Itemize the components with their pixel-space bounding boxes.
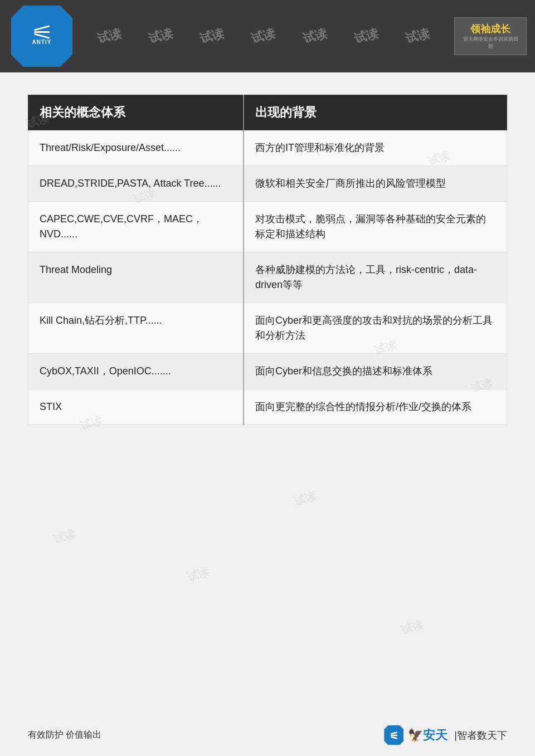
row1-col1: Threat/Risk/Exposure/Asset...... [28, 130, 244, 166]
row5-col1: Kill Chain,钻石分析,TTP...... [28, 303, 244, 354]
logo-line-1 [34, 25, 50, 31]
wm-6: 试读 [293, 488, 319, 510]
footer-slogan-left: 有效防护 价值输出 [28, 729, 101, 741]
row6-col1: CybOX,TAXII，OpenIOC....... [28, 354, 244, 389]
table-row: Threat/Risk/Exposure/Asset...... 西方的IT管理… [28, 130, 507, 166]
logo-text: ANTIY [32, 39, 52, 45]
header-watermarks: 试读 试读 试读 试读 试读 试读 试读 [72, 28, 454, 45]
footer: 有效防护 价值输出 🦅安天 |智者数天下 [0, 725, 535, 745]
footer-brand: 🦅安天 |智者数天下 [384, 725, 507, 745]
table-row: CAPEC,CWE,CVE,CVRF，MAEC，NVD...... 对攻击模式，… [28, 202, 507, 252]
row7-col2: 面向更完整的综合性的情报分析/作业/交换的体系 [244, 389, 507, 425]
header-wm-6: 试读 [352, 28, 380, 45]
wm-7: 试读 [186, 564, 212, 586]
header-wm-7: 试读 [403, 28, 431, 45]
row7-col1: STIX [28, 389, 244, 425]
header-wm-4: 试读 [249, 28, 277, 45]
footer-logo-icon [384, 725, 403, 745]
row5-col2: 面向Cyber和更高强度的攻击和对抗的场景的分析工具和分析方法 [244, 303, 507, 354]
table-header-row: 相关的概念体系 出现的背景 [28, 95, 507, 130]
wm-8: 试读 [400, 617, 426, 638]
brand-title: 领袖成长 [470, 22, 510, 36]
header: ANTIY 试读 试读 试读 试读 试读 试读 试读 领袖成长 安天网络安全冬训… [0, 0, 535, 72]
row4-col2: 各种威胁建模的方法论，工具，risk-centric，data-driven等等 [244, 252, 507, 303]
table-row-threat-modeling: Threat Modeling 各种威胁建模的方法论，工具，risk-centr… [28, 252, 507, 303]
table-row: Kill Chain,钻石分析,TTP...... 面向Cyber和更高强度的攻… [28, 303, 507, 354]
header-wm-3: 试读 [198, 28, 226, 45]
logo-line-2 [34, 31, 50, 33]
table-row: DREAD,STRIDE,PASTA, Attack Tree...... 微软… [28, 166, 507, 202]
col1-header: 相关的概念体系 [28, 95, 244, 130]
table-row: STIX 面向更完整的综合性的情报分析/作业/交换的体系 [28, 389, 507, 425]
row2-col2: 微软和相关安全厂商所推出的风险管理模型 [244, 166, 507, 202]
header-wm-5: 试读 [300, 28, 328, 45]
row3-col2: 对攻击模式，脆弱点，漏洞等各种基础的安全元素的标定和描述结构 [244, 202, 507, 252]
header-brand: 领袖成长 安天网络安全冬训营第四期 [454, 8, 527, 64]
main-content: 相关的概念体系 出现的背景 Threat/Risk/Exposure/Asset… [0, 72, 535, 447]
footer-logo-text: 🦅安天 [408, 727, 448, 744]
wm-11: 试读 [52, 526, 78, 548]
row2-col1: DREAD,STRIDE,PASTA, Attack Tree...... [28, 166, 244, 202]
company-logo: ANTIY [11, 6, 72, 67]
footer-slogan-right: |智者数天下 [454, 729, 507, 742]
header-wm-2: 试读 [147, 28, 174, 45]
col2-header: 出现的背景 [244, 95, 507, 130]
logo-line-3 [34, 33, 50, 38]
svg-line-2 [391, 737, 397, 738]
row3-col1: CAPEC,CWE,CVE,CVRF，MAEC，NVD...... [28, 202, 244, 252]
svg-line-1 [391, 732, 397, 734]
row1-col2: 西方的IT管理和标准化的背景 [244, 130, 507, 166]
header-wm-1: 试读 [95, 28, 123, 45]
row6-col2: 面向Cyber和信息交换的描述和标准体系 [244, 354, 507, 389]
row4-col1: Threat Modeling [28, 252, 244, 303]
brand-subtitle: 安天网络安全冬训营第四期 [461, 36, 519, 50]
concepts-table: 相关的概念体系 出现的背景 Threat/Risk/Exposure/Asset… [28, 95, 507, 425]
table-row: CybOX,TAXII，OpenIOC....... 面向Cyber和信息交换的… [28, 354, 507, 389]
